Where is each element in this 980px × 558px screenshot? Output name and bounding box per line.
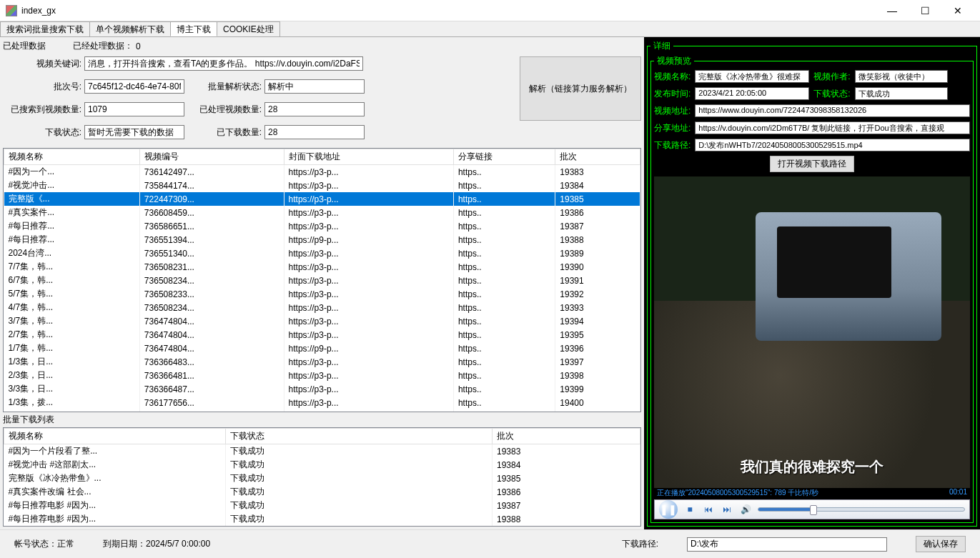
table-row[interactable]: #每日推荐电影 #因为...下载成功19387 [4,499,640,512]
detail-share-label: 分享地址: [654,122,691,134]
detail-legend: 详细 [650,40,673,52]
detail-panel: 详细 视频预览 视频名称: 完整版《冰冷热带鱼》很难探 视频作者: 微笑影视（收… [647,40,977,527]
playback-time: 00:01 [949,488,967,499]
processed-count-label: 已经处理数据： [73,40,133,52]
download-list-table[interactable]: 视频名称下载状态批次#因为一个片段看了整...下载成功19383#视觉冲击 #这… [3,427,641,527]
table-row[interactable]: 1/3集，拨...736177656...https://p3-p...http… [4,396,640,409]
dl-status-input[interactable] [84,125,184,139]
open-path-button[interactable]: 打开视频下载路径 [770,156,854,172]
parse-button[interactable]: 解析（链接算力服务解析） [520,56,641,121]
batch-label: 批次号: [3,81,81,93]
table-row[interactable]: #视觉冲击 #这部剧太...下载成功19384 [4,458,640,472]
footer-dlpath-input[interactable] [687,537,887,552]
batch-input[interactable] [84,79,184,94]
close-button[interactable]: ✕ [941,0,974,21]
keyword-input[interactable] [84,56,363,71]
prev-button[interactable]: ⏮ [702,503,715,516]
tab-2[interactable]: 博主下载 [170,21,217,36]
table-row[interactable]: #真实案件...736608459...https://p3-p...https… [4,206,640,219]
searched-label: 已搜索到视频数量: [3,104,81,116]
seek-slider[interactable] [758,507,965,512]
dl-status-label: 下载状态: [3,126,81,139]
parse-status-label: 批量解析状态: [197,81,262,93]
video-subtitle: 我们真的很难探究一个 [654,457,970,477]
batch-list-label: 批量下载列表 [3,412,641,427]
table-row[interactable]: 完整版《...722447309...https://p3-p...https.… [4,192,640,206]
window-title: index_gx [21,6,876,16]
video-preview[interactable]: 我们真的很难探究一个 [654,176,970,488]
expire-date: 2024/5/7 0:00:00 [146,539,210,549]
dl-count-label: 已下载数量: [197,126,262,139]
table-row[interactable]: #真实案件改编 社会...下载成功19386 [4,485,640,499]
play-pause-button[interactable]: ❚❚ [659,500,678,519]
processed-count: 0 [136,41,141,51]
expire-label: 到期日期： [103,539,146,549]
detail-publish: 2023/4/21 20:05:00 [695,87,809,100]
detail-dlstatus: 下载成功 [855,87,948,100]
detail-name: 完整版《冰冷热带鱼》很难探 [695,70,809,83]
preview-legend: 视频预览 [654,55,694,67]
preview-panel: 视频预览 视频名称: 完整版《冰冷热带鱼》很难探 视频作者: 微笑影视（收徒中）… [650,55,974,523]
detail-path-label: 下载路径: [654,139,691,151]
table-row[interactable]: #每日推荐...736551394...https://p9-p...https… [4,233,640,246]
table-row[interactable]: 1/3集，日...736366483...https://p3-p...http… [4,355,640,369]
table-row[interactable]: 4/7集，韩...736508234...https://p3-p...http… [4,301,640,314]
table-row[interactable]: #每日推荐...736586651...https://p3-p...https… [4,219,640,233]
processed-label: 已处理数据 [3,40,46,52]
minimize-button[interactable]: — [876,0,909,21]
detail-dlstatus-label: 下载状态: [813,88,850,100]
processed-video-input[interactable] [264,102,365,116]
detail-share: https://v.douyin.com/i2Dm6T7B/ 复制此链接，打开D… [695,121,970,134]
detail-name-label: 视频名称: [654,71,691,83]
table-row[interactable]: #因为一个...736142497...https://p3-p...https… [4,165,640,179]
acct-label: 帐号状态： [14,539,57,549]
detail-author-label: 视频作者: [813,71,850,83]
table-row[interactable]: 5/7集，韩...736508233...https://p3-p...http… [4,287,640,301]
table-row[interactable]: 2024台湾...736551340...https://p3-p...http… [4,246,640,260]
table-row[interactable]: 2/7集，韩...736474804...https://p3-p...http… [4,328,640,342]
table-row[interactable]: #每日推荐电影 #因为...下载成功19388 [4,512,640,526]
titlebar: index_gx — ☐ ✕ [0,0,980,21]
parse-status-input[interactable] [264,79,365,94]
tab-0[interactable]: 搜索词批量搜索下载 [0,21,90,36]
table-row[interactable]: #因为一个片段看了整...下载成功19383 [4,444,640,459]
table-row[interactable]: 完整版《冰冷热带鱼》...下载成功19385 [4,472,640,485]
footer-dlpath-label: 下载路径: [622,538,658,550]
detail-path: D:\发布nWHTb7/20240508005300529515.mp4 [695,139,970,151]
processed-video-label: 已处理视频数量: [197,104,262,116]
video-table[interactable]: 视频名称视频编号封面下载地址分享链接批次#因为一个...736142497...… [3,148,641,412]
table-row[interactable]: 1/7集，韩...736474804...https://p9-p...http… [4,342,640,355]
media-controls: ❚❚ ■ ⏮ ⏭ 🔊 [654,499,970,519]
detail-author: 微笑影视（收徒中） [855,70,948,83]
tab-3[interactable]: COOKIE处理 [217,21,280,36]
acct-status: 正常 [57,539,74,549]
playback-info: 正在播放"20240508005300529515": 789 千比特/秒 [657,488,818,499]
keyword-label: 视频关键词: [3,58,81,70]
table-row[interactable]: 2/3集，日...736366481...https://p3-p...http… [4,369,640,382]
save-button[interactable]: 确认保存 [916,536,966,552]
volume-button[interactable]: 🔊 [739,503,752,516]
tabs: 搜索词批量搜索下载单个视频解析下载博主下载COOKIE处理 [0,21,980,37]
table-row[interactable]: 3/3集，日...736366487...https://p3-p...http… [4,382,640,396]
table-row[interactable]: 6/7集，韩...736508234...https://p3-p...http… [4,274,640,287]
detail-publish-label: 发布时间: [654,88,691,100]
searched-input[interactable] [84,102,184,116]
table-row[interactable]: 3/7集，韩...736474804...https://p3-p...http… [4,314,640,328]
app-icon [6,5,17,16]
table-row[interactable]: #视觉冲击...735844174...https://p3-p...https… [4,179,640,192]
stop-button[interactable]: ■ [683,503,696,516]
tab-1[interactable]: 单个视频解析下载 [89,21,171,36]
detail-addr-label: 视频地址: [654,105,691,117]
dl-count-input[interactable] [264,125,365,139]
table-row[interactable]: 7/7集，韩...736508231...https://p3-p...http… [4,260,640,274]
next-button[interactable]: ⏭ [721,503,733,516]
detail-addr: https://www.douyin.com/72244730983581320… [695,104,970,117]
maximize-button[interactable]: ☐ [909,0,941,21]
footer: 帐号状态：正常 到期日期：2024/5/7 0:00:00 下载路径: 确认保存 [0,529,980,558]
